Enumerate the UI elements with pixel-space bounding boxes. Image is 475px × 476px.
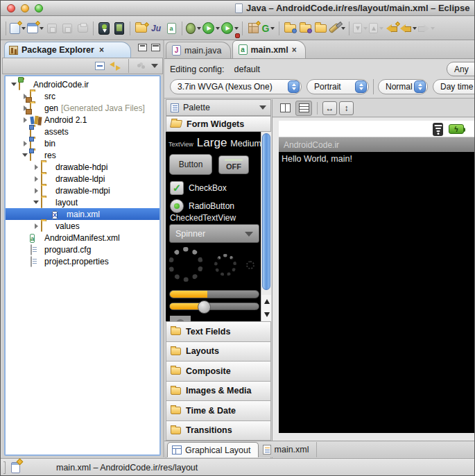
palette-item-spinner[interactable]: Spinner <box>169 224 259 243</box>
open-task-button[interactable] <box>283 20 297 37</box>
tab-graphical-layout[interactable]: Graphical Layout <box>167 442 259 457</box>
scrollbar-thumb[interactable] <box>262 133 270 290</box>
chevron-right-icon[interactable] <box>32 223 40 229</box>
tree-item-project-properties[interactable]: project.properties <box>6 255 159 267</box>
orientation-dropdown[interactable]: Portrait <box>306 79 369 94</box>
fast-view-icon[interactable] <box>11 462 20 473</box>
link-with-editor-icon[interactable] <box>110 61 121 71</box>
save-all-button[interactable] <box>60 20 74 37</box>
open-resource-button[interactable] <box>313 20 327 37</box>
canvas-area[interactable]: ϟ AndroidCode.ir Hello World, main! <box>273 118 475 441</box>
debug-button[interactable] <box>186 20 201 37</box>
run-button[interactable]: ▶ <box>202 20 220 37</box>
category-transitions[interactable]: Transitions <box>166 421 271 441</box>
new-android-xml-button[interactable]: a <box>164 20 178 37</box>
night-mode-dropdown[interactable]: Day time <box>433 79 475 94</box>
tab-main-xml-source[interactable]: main.xml <box>259 442 317 457</box>
package-explorer-tab[interactable]: Package Explorer × <box>4 42 131 58</box>
new-junit-test-button[interactable]: Ju <box>149 20 163 37</box>
avd-manager-button[interactable] <box>112 20 126 37</box>
close-tab-icon[interactable]: × <box>292 45 297 55</box>
category-text-fields[interactable]: Text Fields <box>166 321 271 342</box>
open-type-button[interactable] <box>298 20 312 37</box>
profile-button[interactable]: ▶ <box>221 20 239 37</box>
tree-item-src[interactable]: src <box>6 90 159 102</box>
palette-item-progressbar-large[interactable] <box>169 247 203 282</box>
zoom-window-button[interactable] <box>35 4 43 12</box>
tree-item-layout[interactable]: layout <box>6 196 159 208</box>
palette-item-seekbar[interactable] <box>169 303 259 310</box>
device-preview[interactable]: ϟ AndroidCode.ir Hello World, main! <box>279 121 475 433</box>
tree-item-drawable-hdpi[interactable]: drawable-hdpi <box>6 161 159 173</box>
new-android-project-button[interactable] <box>134 20 148 37</box>
forward-button[interactable] <box>418 20 435 37</box>
back-button[interactable] <box>400 20 417 37</box>
tree-item-values[interactable]: values <box>6 220 159 232</box>
show-columns-button[interactable] <box>277 101 293 116</box>
category-form-widgets[interactable]: Form Widgets <box>166 116 271 132</box>
fill-height-button[interactable]: ↕ <box>339 101 354 115</box>
print-button[interactable] <box>76 20 89 37</box>
tab-main-xml[interactable]: a main.xml × <box>232 40 306 58</box>
previous-annotation-button[interactable] <box>369 20 383 37</box>
scroll-down-icon[interactable] <box>264 312 270 317</box>
maximize-view-button[interactable] <box>151 44 160 51</box>
scroll-up-icon[interactable] <box>264 299 270 304</box>
palette-item-large-text[interactable]: Large <box>197 136 227 150</box>
tree-item-android21[interactable]: Android 2.1 <box>6 114 159 126</box>
save-button[interactable] <box>45 20 59 37</box>
device-dropdown[interactable]: 3.7in WVGA (Nexus One) <box>170 79 302 94</box>
chevron-right-icon[interactable] <box>32 164 40 170</box>
device-content[interactable]: Hello World, main! <box>279 152 475 433</box>
tree-item-drawable-ldpi[interactable]: drawable-ldpi <box>6 173 159 185</box>
new-view-button[interactable] <box>27 20 44 37</box>
external-tools-button[interactable]: G <box>261 20 275 37</box>
palette-item-progressbar-small[interactable] <box>246 261 254 269</box>
android-sdk-manager-button[interactable] <box>97 20 111 37</box>
palette-item-radiobutton[interactable]: RadioButton <box>170 199 234 213</box>
chevron-right-icon[interactable] <box>21 141 29 146</box>
palette-header[interactable]: Palette <box>166 99 271 116</box>
tree-item-androidmanifest[interactable]: a AndroidManifest.xml <box>6 232 159 244</box>
view-menu-icon[interactable] <box>151 64 158 68</box>
minimize-window-button[interactable] <box>21 4 29 12</box>
chevron-right-icon[interactable] <box>32 188 40 194</box>
coverage-button[interactable] <box>246 20 260 37</box>
chevron-right-icon[interactable] <box>21 117 29 123</box>
palette-item-checkedtextview[interactable]: CheckedTextView <box>170 213 236 223</box>
chevron-down-icon[interactable] <box>10 83 18 86</box>
palette-item-togglebutton[interactable]: OFF <box>218 155 249 174</box>
ui-mode-dropdown[interactable]: Normal <box>378 79 428 94</box>
tree-item-androidcode[interactable]: AndroidCode.ir <box>6 78 159 90</box>
search-button[interactable] <box>329 20 345 37</box>
hello-world-textview[interactable]: Hello World, main! <box>282 154 352 164</box>
palette-item-checkbox[interactable]: ✓ CheckBox <box>170 181 227 195</box>
next-annotation-button[interactable] <box>353 20 368 37</box>
tree-item-assets[interactable]: assets <box>6 126 159 137</box>
close-window-button[interactable] <box>7 4 15 12</box>
last-edit-location-button[interactable] <box>385 20 399 37</box>
palette-item-medium-text[interactable]: Medium <box>230 139 261 148</box>
new-wizard-button[interactable] <box>10 20 26 37</box>
any-config-button[interactable]: Any <box>447 62 475 76</box>
category-time-date[interactable]: Time & Date <box>166 401 271 421</box>
tree-item-res[interactable]: res <box>6 149 159 161</box>
show-rows-button[interactable] <box>295 101 312 116</box>
palette-item-progressbar-medium[interactable] <box>214 254 236 276</box>
chevron-right-icon[interactable] <box>32 176 40 182</box>
palette-item-progressbar-horizontal[interactable] <box>169 290 259 298</box>
tree-item-bin[interactable]: bin <box>6 137 159 149</box>
tree-item-gen[interactable]: gen [Generated Java Files] <box>6 102 159 114</box>
window-titlebar[interactable]: Java – AndroidCode.ir/res/layout/main.xm… <box>1 1 475 16</box>
category-layouts[interactable]: Layouts <box>166 342 271 362</box>
palette-menu-chevron-icon[interactable] <box>259 105 266 110</box>
tree-item-proguard[interactable]: proguard.cfg <box>6 244 159 255</box>
tree-item-drawable-mdpi[interactable]: drawable-mdpi <box>6 185 159 196</box>
tab-main-java[interactable]: J main.java <box>166 42 231 58</box>
category-images-media[interactable]: Images & Media <box>166 382 271 402</box>
chevron-down-icon[interactable] <box>32 201 40 204</box>
minimize-view-button[interactable] <box>138 44 147 51</box>
tree-item-main-xml[interactable]: X main.xml <box>6 208 159 220</box>
collapse-all-icon[interactable] <box>95 62 105 70</box>
palette-item-quickcontactbadge[interactable]: QuickContactBadge <box>170 316 271 321</box>
